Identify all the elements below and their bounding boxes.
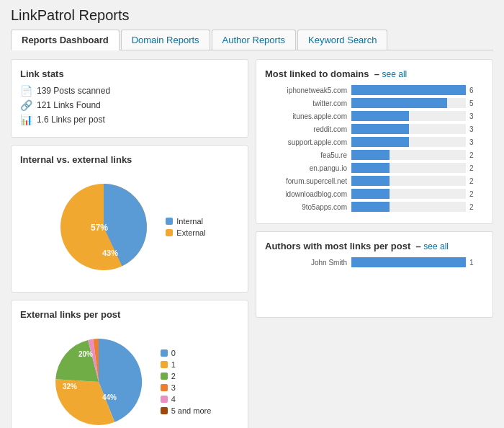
domain-bar-row: 9to5apps.com 2 bbox=[265, 202, 484, 212]
most-linked-domains-chart: iphonetweak5.com 6 twitter.com 5 itunes.… bbox=[265, 85, 484, 212]
domain-bar-value: 3 bbox=[469, 112, 484, 120]
external-per-post-legend: 0 1 2 3 bbox=[161, 349, 212, 415]
svg-text:44%: 44% bbox=[102, 393, 117, 401]
internal-external-pie: 57% 43% bbox=[53, 177, 154, 277]
page-title: LinkPatrol Reports bbox=[11, 7, 493, 24]
internal-external-title: Internal vs. external links bbox=[20, 154, 239, 165]
domain-bar-value: 2 bbox=[469, 190, 484, 198]
link-stats-posts: 📄 139 Posts scanned bbox=[20, 85, 239, 97]
link-stats-panel: Link stats 📄 139 Posts scanned 🔗 121 Lin… bbox=[11, 59, 248, 138]
domain-bar-track bbox=[351, 137, 466, 147]
domain-bar-track bbox=[351, 163, 466, 173]
link-stats-per-post: 📊 1.6 Links per post bbox=[20, 114, 239, 125]
external-per-post-pie: 44% 32% 20% bbox=[48, 331, 149, 428]
domain-bar-fill bbox=[351, 189, 390, 199]
svg-text:57%: 57% bbox=[91, 223, 108, 233]
authors-see-all[interactable]: see all bbox=[423, 241, 449, 251]
domain-bar-track bbox=[351, 202, 466, 212]
authors-chart: John Smith 1 bbox=[265, 257, 484, 267]
domain-label: reddit.com bbox=[265, 125, 351, 133]
domain-bar-value: 3 bbox=[469, 138, 484, 146]
author-bar-row: John Smith 1 bbox=[265, 257, 484, 267]
svg-text:32%: 32% bbox=[63, 383, 77, 391]
domain-bar-row: support.apple.com 3 bbox=[265, 137, 484, 147]
link-stats-links: 🔗 121 Links Found bbox=[20, 99, 239, 111]
legend-2-color bbox=[161, 373, 168, 380]
most-linked-domains-title: Most linked to domains – see all bbox=[265, 68, 484, 79]
legend-4-color bbox=[161, 396, 168, 403]
domain-bar-track bbox=[351, 189, 466, 199]
svg-text:20%: 20% bbox=[78, 350, 93, 358]
legend-0: 0 bbox=[161, 349, 212, 357]
domain-bar-track bbox=[351, 150, 466, 160]
domain-bar-fill bbox=[351, 150, 390, 160]
legend-3-color bbox=[161, 384, 168, 391]
legend-1-color bbox=[161, 361, 168, 368]
legend-5-and-more: 5 and more bbox=[161, 406, 212, 415]
domain-bar-row: twitter.com 5 bbox=[265, 98, 484, 108]
domain-label: forum.supercell.net bbox=[265, 177, 351, 185]
tab-keyword-search[interactable]: Keyword Search bbox=[297, 30, 387, 50]
tab-reports-dashboard[interactable]: Reports Dashboard bbox=[11, 30, 120, 50]
domain-bar-row: idownloadblog.com 2 bbox=[265, 189, 484, 199]
domain-label: idownloadblog.com bbox=[265, 190, 351, 198]
author-bar-track bbox=[351, 257, 466, 267]
per-post-icon: 📊 bbox=[20, 114, 32, 125]
domain-bar-fill bbox=[351, 98, 447, 108]
domain-bar-value: 2 bbox=[469, 151, 484, 159]
domain-bar-value: 5 bbox=[469, 99, 484, 107]
domain-bar-row: fea5u.re 2 bbox=[265, 150, 484, 160]
domain-bar-value: 2 bbox=[469, 203, 484, 211]
domain-label: en.pangu.io bbox=[265, 164, 351, 172]
external-per-post-chart: 44% 32% 20% 0 1 bbox=[20, 326, 239, 428]
domain-label: support.apple.com bbox=[265, 138, 351, 146]
domain-label: iphonetweak5.com bbox=[265, 86, 351, 94]
legend-0-color bbox=[161, 349, 168, 357]
domain-bar-fill bbox=[351, 111, 409, 121]
external-per-post-title: External links per post bbox=[20, 309, 239, 320]
legend-3: 3 bbox=[161, 383, 212, 392]
domain-label: itunes.apple.com bbox=[265, 112, 351, 120]
most-linked-domains-panel: Most linked to domains – see all iphonet… bbox=[256, 59, 493, 224]
legend-internal: Internal bbox=[166, 217, 205, 226]
legend-4: 4 bbox=[161, 395, 212, 404]
domain-bar-fill bbox=[351, 124, 409, 134]
domain-bar-fill bbox=[351, 85, 466, 95]
domain-bar-row: itunes.apple.com 3 bbox=[265, 111, 484, 121]
internal-external-chart: 57% 43% Internal External bbox=[20, 171, 239, 283]
legend-2: 2 bbox=[161, 372, 212, 380]
posts-icon: 📄 bbox=[20, 85, 32, 97]
domain-bar-fill bbox=[351, 176, 390, 186]
domain-bar-row: forum.supercell.net 2 bbox=[265, 176, 484, 186]
domain-bar-fill bbox=[351, 163, 390, 173]
svg-text:43%: 43% bbox=[102, 249, 118, 257]
tab-domain-reports[interactable]: Domain Reports bbox=[121, 30, 210, 50]
links-icon: 🔗 bbox=[20, 99, 32, 111]
domain-label: 9to5apps.com bbox=[265, 203, 351, 211]
legend-external: External bbox=[166, 228, 205, 237]
domain-bar-track bbox=[351, 98, 466, 108]
legend-1: 1 bbox=[161, 360, 212, 369]
domain-bar-track bbox=[351, 176, 466, 186]
author-bar-value: 1 bbox=[469, 259, 484, 267]
internal-external-legend: Internal External bbox=[166, 217, 205, 237]
domain-bar-value: 2 bbox=[469, 177, 484, 185]
most-linked-domains-see-all[interactable]: see all bbox=[382, 69, 408, 79]
internal-external-panel: Internal vs. external links bbox=[11, 145, 248, 293]
authors-title: Authors with most links per post – see a… bbox=[265, 241, 484, 251]
external-per-post-panel: External links per post bbox=[11, 300, 248, 428]
tab-author-reports[interactable]: Author Reports bbox=[212, 30, 296, 50]
domain-bar-track bbox=[351, 124, 466, 134]
domain-bar-track bbox=[351, 111, 466, 121]
domain-bar-track bbox=[351, 85, 466, 95]
domain-bar-row: reddit.com 3 bbox=[265, 124, 484, 134]
legend-5-color bbox=[161, 407, 168, 414]
domain-bar-fill bbox=[351, 137, 409, 147]
domain-bar-value: 3 bbox=[469, 125, 484, 133]
domain-bar-value: 6 bbox=[469, 86, 484, 94]
link-stats-title: Link stats bbox=[20, 68, 239, 79]
author-bar-fill bbox=[351, 257, 466, 267]
internal-color bbox=[166, 218, 173, 225]
authors-panel: Authors with most links per post – see a… bbox=[256, 231, 493, 318]
domain-label: fea5u.re bbox=[265, 151, 351, 159]
